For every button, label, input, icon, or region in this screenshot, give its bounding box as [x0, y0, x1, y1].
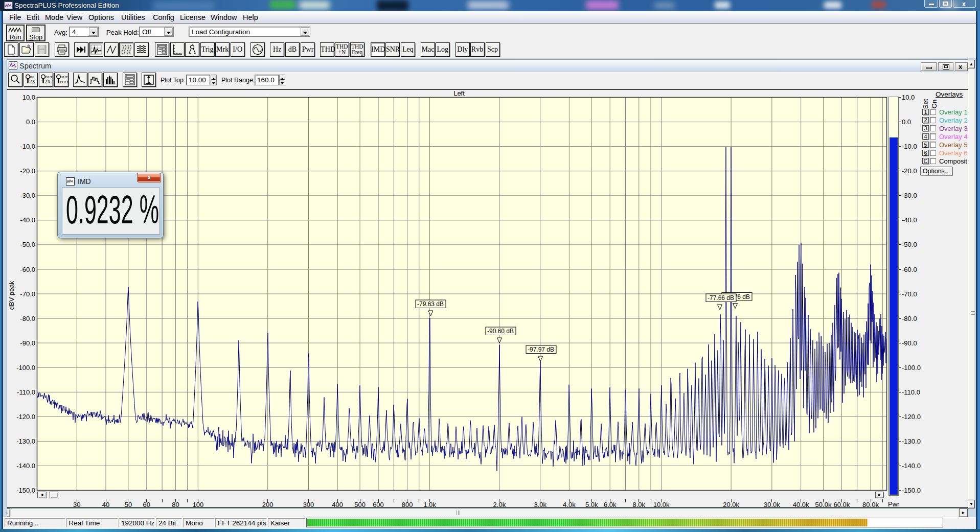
svg-text:-60.0: -60.0	[902, 266, 917, 273]
svg-text:10.0: 10.0	[22, 94, 35, 101]
svg-text:dBV peak: dBV peak	[8, 281, 15, 310]
svg-text:-50.0: -50.0	[20, 241, 35, 248]
svg-text:-90.0: -90.0	[20, 339, 35, 347]
svg-text:-110.0: -110.0	[17, 388, 35, 396]
svg-text:-110.0: -110.0	[902, 388, 920, 396]
svg-text:-120.0: -120.0	[16, 413, 35, 421]
svg-text:10.0: 10.0	[902, 94, 915, 101]
svg-text:-30.0: -30.0	[902, 192, 917, 199]
svg-text:0.0: 0.0	[26, 118, 35, 126]
svg-text:-80.0: -80.0	[20, 315, 35, 322]
svg-text:-90.0: -90.0	[902, 339, 917, 347]
svg-text:-79.63 dB: -79.63 dB	[417, 300, 444, 308]
svg-text:-60.0: -60.0	[20, 266, 35, 273]
svg-text:-70.0: -70.0	[20, 290, 35, 298]
svg-text:-80.0: -80.0	[902, 315, 917, 322]
svg-text:-77.66 dB: -77.66 dB	[708, 294, 734, 302]
svg-text:-70.0: -70.0	[902, 290, 917, 298]
svg-text:-150.0: -150.0	[902, 487, 921, 494]
svg-text:-130.0: -130.0	[16, 437, 35, 445]
svg-text:-130.0: -130.0	[902, 437, 921, 445]
svg-text:-10.0: -10.0	[20, 143, 35, 150]
svg-text:-140.0: -140.0	[902, 462, 921, 470]
svg-text:Left: Left	[453, 89, 465, 97]
svg-text:0.0: 0.0	[902, 118, 911, 126]
svg-text:-90.60 dB: -90.60 dB	[487, 328, 514, 335]
svg-text:-97.97 dB: -97.97 dB	[528, 346, 554, 353]
svg-text:-150.0: -150.0	[16, 487, 35, 494]
svg-text:-20.0: -20.0	[902, 167, 917, 175]
svg-text:-140.0: -140.0	[16, 462, 35, 470]
svg-text:-100.0: -100.0	[902, 364, 921, 372]
svg-text:-40.0: -40.0	[902, 216, 917, 224]
svg-text:-50.0: -50.0	[902, 241, 917, 248]
svg-text:-100.0: -100.0	[16, 364, 35, 372]
svg-text:-10.0: -10.0	[902, 143, 917, 150]
svg-text:-30.0: -30.0	[20, 192, 35, 199]
svg-text:-20.0: -20.0	[20, 167, 35, 175]
svg-text:-40.0: -40.0	[20, 216, 35, 224]
svg-text:-120.0: -120.0	[902, 413, 921, 421]
